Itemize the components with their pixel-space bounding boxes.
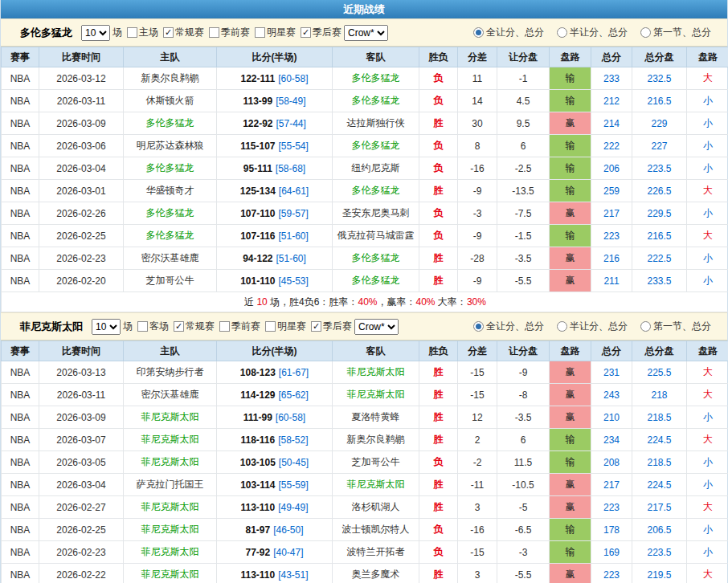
checkbox-icon[interactable] <box>255 27 265 38</box>
score-value: 77-92 <box>245 547 270 558</box>
cell-point-diff: -9 <box>458 270 497 292</box>
cell-total-line: 223.5 <box>632 541 687 564</box>
stat-mode-radio[interactable]: 第一节、总分 <box>640 26 711 39</box>
cell-home-team: 多伦多猛龙 <box>124 202 217 225</box>
cell-league: NBA <box>2 451 39 474</box>
stat-mode-radio[interactable]: 全让分、总分 <box>473 320 544 333</box>
games-suffix-label: 场 <box>112 26 122 39</box>
cell-handicap-line: -13.5 <box>497 180 550 202</box>
cell-home-team: 明尼苏达森林狼 <box>124 135 217 157</box>
cell-date: 2026-03-13 <box>39 361 124 384</box>
cell-league: NBA <box>2 202 39 225</box>
checkbox-icon[interactable] <box>137 321 148 332</box>
cell-total-points: 211 <box>591 270 632 292</box>
filter-checkbox[interactable]: 明星赛 <box>255 26 296 39</box>
checkbox-icon[interactable] <box>127 27 137 38</box>
game-row: NBA2026-02-26多伦多猛龙107-110[59-57]圣安东尼奥马刺负… <box>2 202 728 225</box>
cell-home-team: 菲尼克斯太阳 <box>124 519 217 541</box>
checkbox-icon[interactable] <box>219 321 230 332</box>
radio-icon[interactable] <box>473 27 484 38</box>
cell-date: 2026-02-23 <box>39 247 124 270</box>
cell-point-diff: -2 <box>458 451 497 474</box>
stat-mode-radio-group: 全让分、总分半让分、总分第一节、总分 <box>460 320 721 333</box>
cell-over-under-result: 大 <box>687 496 728 519</box>
games-count-select[interactable]: 10 <box>81 25 110 41</box>
filter-checkbox[interactable]: ✓常规赛 <box>174 320 215 333</box>
cell-away-team: 芝加哥公牛 <box>333 451 419 474</box>
cell-total-points: 169 <box>591 541 632 564</box>
cell-win-lose: 胜 <box>419 564 458 583</box>
filter-checkbox[interactable]: 客场 <box>137 320 169 333</box>
cell-handicap-line: -5.5 <box>497 564 550 583</box>
radio-label: 第一节、总分 <box>653 26 711 39</box>
cell-away-team: 菲尼克斯太阳 <box>333 474 419 496</box>
cell-date: 2026-03-05 <box>39 451 124 474</box>
stat-mode-radio[interactable]: 半让分、总分 <box>557 26 628 39</box>
filter-checkbox[interactable]: 主场 <box>127 26 158 39</box>
cell-total-line: 227 <box>632 135 687 157</box>
column-header: 比分(半场) <box>217 341 333 361</box>
halftime-score: [64-61] <box>279 186 309 197</box>
checkbox-label: 常规赛 <box>186 320 215 333</box>
game-row: NBA2026-03-12新奥尔良鹈鹕122-111[60-58]多伦多猛龙负1… <box>2 67 728 90</box>
cell-away-team: 多伦多猛龙 <box>333 135 419 157</box>
filter-checkbox[interactable]: 明星赛 <box>265 320 306 333</box>
stat-mode-radio[interactable]: 半让分、总分 <box>557 320 628 333</box>
summary-segment: 场，胜4负6：胜率： <box>268 296 358 308</box>
checkbox-icon[interactable]: ✓ <box>301 27 311 38</box>
cell-handicap-result: 赢 <box>550 474 591 496</box>
game-row: NBA2026-02-20芝加哥公牛101-110[45-53]多伦多猛龙胜-9… <box>2 270 728 292</box>
cell-handicap-result: 输 <box>550 451 591 474</box>
cell-score: 101-110[45-53] <box>217 270 333 292</box>
cell-total-line: 218.5 <box>632 451 687 474</box>
checkbox-icon[interactable] <box>265 321 276 332</box>
bookmaker-select[interactable]: Crow* <box>344 25 388 41</box>
column-header: 盘路 <box>550 47 591 67</box>
game-row: NBA2026-03-11密尔沃基雄鹿114-129[65-62]菲尼克斯太阳胜… <box>2 384 728 406</box>
radio-icon[interactable] <box>557 27 567 38</box>
radio-icon[interactable] <box>640 321 651 332</box>
checkbox-icon[interactable] <box>209 27 219 38</box>
cell-win-lose: 胜 <box>419 112 458 135</box>
halftime-score: [59-57] <box>279 208 309 219</box>
cell-over-under-result: 小 <box>687 90 728 112</box>
radio-icon[interactable] <box>473 321 484 332</box>
games-count-select[interactable]: 10 <box>92 319 121 335</box>
cell-point-diff: 3 <box>458 496 497 519</box>
cell-score: 103-105[50-45] <box>217 451 333 474</box>
checkbox-icon[interactable]: ✓ <box>174 321 184 332</box>
summary-segment: 10 <box>256 296 267 308</box>
filter-checkbox[interactable]: ✓季后赛 <box>301 26 342 39</box>
radio-label: 半让分、总分 <box>570 320 628 333</box>
checkbox-label: 主场 <box>139 26 158 39</box>
score-value: 103-114 <box>240 479 275 491</box>
cell-league: NBA <box>2 496 39 519</box>
cell-over-under-result: 大 <box>687 429 728 451</box>
cell-over-under-result: 小 <box>687 112 728 135</box>
filter-checkbox[interactable]: 季前赛 <box>219 320 260 333</box>
halftime-score: [49-49] <box>278 502 308 513</box>
checkbox-icon[interactable]: ✓ <box>163 27 174 38</box>
cell-win-lose: 胜 <box>419 496 458 519</box>
cell-over-under-result: 大 <box>687 67 728 90</box>
checkbox-icon[interactable]: ✓ <box>311 321 321 332</box>
stat-mode-radio[interactable]: 第一节、总分 <box>640 320 711 333</box>
cell-total-points: 212 <box>591 90 632 112</box>
filter-checkbox[interactable]: ✓常规赛 <box>163 26 204 39</box>
cell-handicap-result: 输 <box>550 67 591 90</box>
cell-date: 2026-02-25 <box>39 519 124 541</box>
halftime-score: [58-49] <box>276 96 305 107</box>
cell-win-lose: 负 <box>419 90 458 112</box>
filter-checkbox[interactable]: 季前赛 <box>209 26 250 39</box>
radio-icon[interactable] <box>640 27 651 38</box>
cell-date: 2026-03-11 <box>39 90 124 112</box>
game-row: NBA2026-03-09菲尼克斯太阳111-99[60-58]夏洛特黄蜂胜12… <box>2 406 728 429</box>
radio-icon[interactable] <box>557 321 567 332</box>
bookmaker-select[interactable]: Crow* <box>354 319 399 335</box>
cell-home-team: 多伦多猛龙 <box>124 225 217 247</box>
cell-league: NBA <box>2 270 39 292</box>
stat-mode-radio[interactable]: 全让分、总分 <box>473 26 544 39</box>
game-row: NBA2026-03-09多伦多猛龙122-92[57-44]达拉斯独行侠胜30… <box>2 112 728 135</box>
filter-checkbox[interactable]: ✓季后赛 <box>311 320 352 333</box>
checkbox-label: 季后赛 <box>323 320 352 333</box>
